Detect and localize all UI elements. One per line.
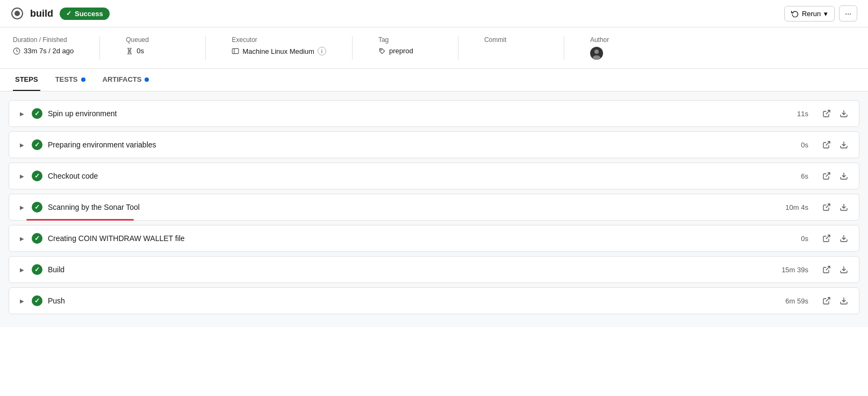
step-download-button[interactable] xyxy=(837,202,850,213)
svg-line-17 xyxy=(826,235,830,239)
step-actions xyxy=(820,139,850,150)
external-link-icon xyxy=(822,140,831,149)
step-duration: 11s xyxy=(797,110,808,118)
more-options-button[interactable]: ··· xyxy=(839,5,857,22)
executor-icon xyxy=(232,47,239,55)
step-expand-chevron[interactable]: ▶ xyxy=(18,173,26,179)
svg-line-19 xyxy=(826,266,830,270)
duration-value-container: 33m 7s / 2d ago xyxy=(13,47,74,55)
external-link-icon xyxy=(822,234,831,243)
svg-point-5 xyxy=(381,49,382,51)
meta-author: Author xyxy=(590,36,644,60)
step-open-button[interactable] xyxy=(820,233,833,244)
tag-icon xyxy=(378,47,386,55)
info-icon[interactable]: i xyxy=(318,47,326,55)
svg-point-1 xyxy=(15,11,19,16)
external-link-icon xyxy=(822,203,831,211)
meta-executor: Executor Machine Linux Medium i xyxy=(232,36,326,55)
meta-commit: Commit xyxy=(484,36,538,47)
step-open-button[interactable] xyxy=(820,171,833,181)
meta-divider-2 xyxy=(205,36,206,60)
step-download-button[interactable] xyxy=(837,139,850,150)
step-expand-chevron[interactable]: ▶ xyxy=(18,111,26,117)
build-logo-icon xyxy=(11,7,24,20)
meta-queued: Queued 0s xyxy=(126,36,180,55)
step-open-button[interactable] xyxy=(820,108,833,119)
duration-value: 33m 7s / 2d ago xyxy=(24,47,74,55)
download-icon xyxy=(840,234,848,243)
avatar-icon xyxy=(590,47,603,60)
top-bar: build Success Rerun ▾ ··· xyxy=(0,0,868,27)
queued-label: Queued xyxy=(126,36,180,44)
step-expand-chevron[interactable]: ▶ xyxy=(18,236,26,242)
download-icon xyxy=(840,296,848,305)
step-row: ▶ ✓ Spin up environment 11s xyxy=(9,100,859,127)
duration-label: Duration / Finished xyxy=(13,36,74,44)
step-actions xyxy=(820,202,850,213)
tabs-bar: STEPS TESTS ARTIFACTS xyxy=(0,69,868,91)
rerun-button[interactable]: Rerun ▾ xyxy=(784,6,835,22)
tab-steps[interactable]: STEPS xyxy=(13,69,40,91)
step-expand-chevron[interactable]: ▶ xyxy=(18,142,26,148)
meta-divider-4 xyxy=(458,36,458,60)
external-link-icon xyxy=(822,172,831,180)
step-open-button[interactable] xyxy=(820,264,833,275)
tab-tests[interactable]: TESTS xyxy=(53,69,88,91)
step-download-button[interactable] xyxy=(837,171,850,181)
download-icon xyxy=(840,172,848,180)
svg-line-9 xyxy=(826,110,830,114)
step-open-button[interactable] xyxy=(820,139,833,150)
step-status-icon: ✓ xyxy=(32,264,42,275)
step-download-button[interactable] xyxy=(837,233,850,244)
step-status-icon: ✓ xyxy=(32,108,42,119)
page-title: build xyxy=(30,8,53,19)
step-expand-chevron[interactable]: ▶ xyxy=(18,267,26,273)
download-icon xyxy=(840,203,848,211)
commit-label: Commit xyxy=(484,36,538,44)
top-bar-left: build Success xyxy=(11,7,110,20)
step-expand-chevron[interactable]: ▶ xyxy=(18,298,26,304)
step-open-button[interactable] xyxy=(820,295,833,306)
step-name: Checkout code xyxy=(48,172,795,180)
step-actions xyxy=(820,295,850,306)
download-icon xyxy=(840,140,848,149)
step-row: ▶ ✓ Creating COIN WITHDRAW WALLET file 0… xyxy=(9,225,859,252)
step-duration: 15m 39s xyxy=(781,266,808,274)
step-download-button[interactable] xyxy=(837,295,850,306)
step-duration: 0s xyxy=(801,141,808,149)
tab-artifacts[interactable]: ARTIFACTS xyxy=(101,69,152,91)
step-duration: 6s xyxy=(801,172,808,180)
executor-value-container: Machine Linux Medium i xyxy=(232,47,326,55)
step-name: Preparing environment variables xyxy=(48,140,795,149)
svg-line-13 xyxy=(826,173,830,176)
step-name: Scanning by the Sonar Tool xyxy=(48,203,780,211)
step-actions xyxy=(820,108,850,119)
step-row: ▶ ✓ Preparing environment variables 0s xyxy=(9,131,859,158)
rerun-label: Rerun xyxy=(802,10,821,18)
external-link-icon xyxy=(822,109,831,118)
step-status-icon: ✓ xyxy=(32,202,42,213)
step-name: Creating COIN WITHDRAW WALLET file xyxy=(48,234,795,243)
tab-artifacts-label: ARTIFACTS xyxy=(103,75,142,83)
queued-value: 0s xyxy=(137,47,144,55)
tag-label: Tag xyxy=(378,36,432,44)
rerun-dropdown-icon: ▾ xyxy=(824,10,828,18)
svg-line-15 xyxy=(826,204,830,208)
meta-divider-5 xyxy=(564,36,564,60)
executor-value: Machine Linux Medium xyxy=(242,47,314,55)
svg-point-7 xyxy=(594,49,599,54)
step-row: ▶ ✓ Push 6m 59s xyxy=(9,287,859,314)
step-open-button[interactable] xyxy=(820,202,833,213)
executor-label: Executor xyxy=(232,36,326,44)
meta-row: Duration / Finished 33m 7s / 2d ago Queu… xyxy=(0,27,868,69)
step-status-icon: ✓ xyxy=(32,139,42,150)
status-badge: Success xyxy=(60,8,110,20)
step-expand-chevron[interactable]: ▶ xyxy=(18,204,26,210)
hourglass-icon xyxy=(126,47,133,55)
step-actions xyxy=(820,233,850,244)
tests-dot xyxy=(81,77,85,82)
step-download-button[interactable] xyxy=(837,264,850,275)
external-link-icon xyxy=(822,265,831,274)
step-duration: 6m 59s xyxy=(785,297,808,305)
step-download-button[interactable] xyxy=(837,108,850,119)
